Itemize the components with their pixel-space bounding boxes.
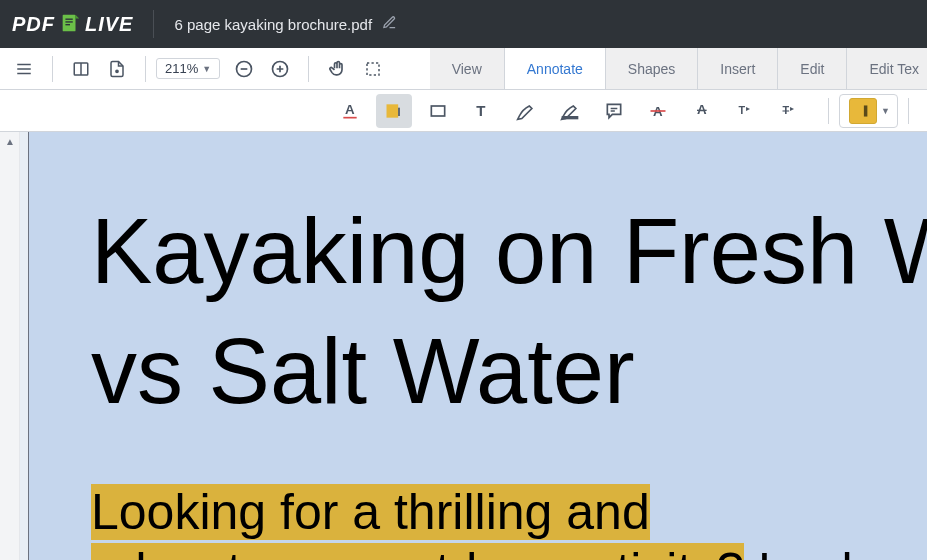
svg-rect-0 xyxy=(63,15,76,32)
panel-toggle-button[interactable] xyxy=(63,51,99,87)
highlighted-text: Looking for a thrilling and adventurous … xyxy=(91,484,744,560)
svg-text:A: A xyxy=(345,102,355,117)
document-canvas[interactable]: ▲ Kayaking on Fresh W vs Salt Water Look… xyxy=(0,132,927,560)
svg-text:T: T xyxy=(739,104,746,116)
scroll-up-icon[interactable]: ▲ xyxy=(0,132,20,150)
page-heading-line2: vs Salt Water xyxy=(91,312,927,432)
select-tool-button[interactable] xyxy=(355,51,391,87)
toolbar-separator xyxy=(52,56,53,82)
svg-rect-3 xyxy=(65,24,70,25)
mode-edit-text[interactable]: Edit Tex xyxy=(846,48,927,89)
zoom-level[interactable]: 211% ▼ xyxy=(156,58,220,79)
color-swatch xyxy=(849,98,877,124)
svg-text:T: T xyxy=(476,102,485,119)
main-toolbar: 211% ▼ View Annotate Shapes Insert Edit … xyxy=(0,48,927,90)
svg-rect-23 xyxy=(865,106,867,115)
svg-rect-11 xyxy=(387,104,399,117)
zoom-out-button[interactable] xyxy=(226,51,262,87)
page-body: Looking for a thrilling and adventurous … xyxy=(91,483,927,560)
app-logo: PDF LIVE xyxy=(12,12,133,36)
mode-view[interactable]: View xyxy=(430,48,504,89)
strikethrough-tool[interactable]: A xyxy=(640,94,676,128)
mode-tabs: View Annotate Shapes Insert Edit Edit Te… xyxy=(430,48,927,89)
toolbar-separator xyxy=(145,56,146,82)
text-tool[interactable]: T xyxy=(464,94,500,128)
svg-rect-2 xyxy=(65,21,72,22)
squiggly-tool[interactable]: A xyxy=(684,94,720,128)
mode-edit[interactable]: Edit xyxy=(777,48,846,89)
svg-rect-10 xyxy=(343,116,356,118)
chevron-down-icon: ▼ xyxy=(202,64,211,74)
toolbar-separator xyxy=(308,56,309,82)
vertical-scrollbar[interactable]: ▲ xyxy=(0,132,20,560)
toolbar-separator xyxy=(828,98,829,124)
insert-text-tool[interactable]: T▸ xyxy=(728,94,764,128)
svg-text:▸: ▸ xyxy=(746,103,750,113)
annotate-toolbar: A T A A T▸ T▸ xyxy=(0,90,927,132)
zoom-in-button[interactable] xyxy=(262,51,298,87)
rectangle-tool[interactable] xyxy=(420,94,456,128)
header-separator xyxy=(153,10,154,38)
menu-button[interactable] xyxy=(6,51,42,87)
zoom-value: 211% xyxy=(165,61,198,76)
toolbar-separator xyxy=(908,98,909,124)
svg-rect-8 xyxy=(367,63,379,75)
pan-tool-button[interactable] xyxy=(319,51,355,87)
annotate-tools: A T A A T▸ T▸ xyxy=(332,94,818,128)
app-header: PDF LIVE 6 page kayaking brochure.pdf xyxy=(0,0,927,48)
freehand-highlight-tool[interactable] xyxy=(552,94,588,128)
replace-text-tool[interactable]: T▸ xyxy=(772,94,808,128)
page-info-button[interactable] xyxy=(99,51,135,87)
logo-text-pdf: PDF xyxy=(12,13,55,36)
svg-rect-15 xyxy=(563,116,578,118)
mode-shapes[interactable]: Shapes xyxy=(605,48,697,89)
highlight-tool[interactable] xyxy=(376,94,412,128)
page-heading-line1: Kayaking on Fresh W xyxy=(91,192,927,312)
freehand-tool[interactable] xyxy=(508,94,544,128)
logo-text-live: LIVE xyxy=(85,13,133,36)
underline-tool[interactable]: A xyxy=(332,94,368,128)
svg-rect-17 xyxy=(651,110,666,112)
rename-icon[interactable] xyxy=(382,15,397,34)
comment-tool[interactable] xyxy=(596,94,632,128)
svg-rect-1 xyxy=(65,19,72,20)
svg-rect-13 xyxy=(431,106,444,116)
svg-point-5 xyxy=(116,70,118,72)
document-title: 6 page kayaking brochure.pdf xyxy=(174,16,372,33)
logo-doc-icon xyxy=(59,12,81,36)
chevron-down-icon: ▼ xyxy=(881,106,890,116)
svg-text:A: A xyxy=(697,102,707,117)
svg-text:T: T xyxy=(783,104,790,116)
svg-text:▸: ▸ xyxy=(790,103,794,113)
color-picker[interactable]: ▼ xyxy=(839,94,898,128)
mode-insert[interactable]: Insert xyxy=(697,48,777,89)
document-page[interactable]: Kayaking on Fresh W vs Salt Water Lookin… xyxy=(28,132,927,560)
mode-annotate[interactable]: Annotate xyxy=(504,48,605,89)
svg-rect-12 xyxy=(398,107,400,115)
